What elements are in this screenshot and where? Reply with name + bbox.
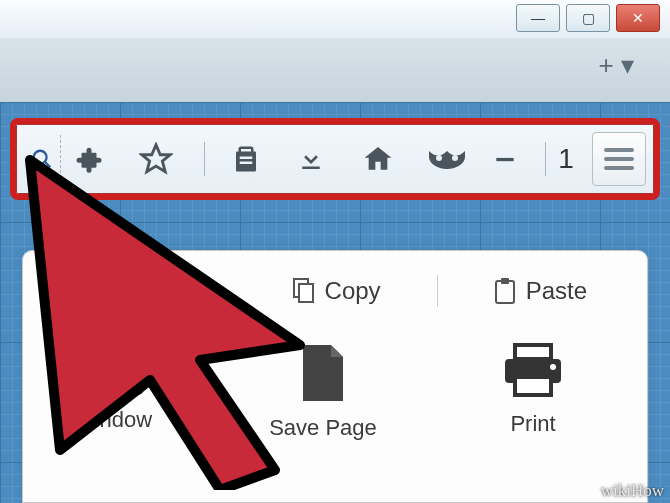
- menu-panel: Copy Paste Window Save Page: [22, 250, 648, 503]
- new-tab-button[interactable]: + ▾: [599, 50, 634, 81]
- menu-button[interactable]: [592, 132, 646, 186]
- menu-tile-window[interactable]: Window: [43, 343, 183, 441]
- svg-point-4: [452, 155, 458, 161]
- tab-strip: + ▾: [0, 38, 670, 102]
- svg-rect-10: [299, 284, 313, 302]
- copy-icon: [293, 278, 315, 304]
- search-icon[interactable]: [24, 135, 61, 183]
- menu-separator: [437, 275, 438, 307]
- navigation-toolbar: 1: [10, 118, 660, 200]
- svg-point-3: [436, 155, 442, 161]
- menu-tile-label: Save Page: [269, 415, 377, 441]
- svg-marker-2: [142, 145, 170, 172]
- minus-icon[interactable]: [492, 146, 532, 172]
- window-titlebar: — ▢ ✕: [0, 0, 670, 39]
- menu-tile-save[interactable]: Save Page: [253, 343, 393, 441]
- star-icon[interactable]: [139, 142, 179, 176]
- menu-item-label: Copy: [325, 277, 381, 305]
- window-maximize-button[interactable]: ▢: [566, 4, 610, 32]
- window-close-button[interactable]: ✕: [616, 4, 660, 32]
- menu-tile-label: Window: [74, 407, 152, 433]
- svg-rect-7: [604, 157, 634, 161]
- menu-tile-print[interactable]: Print: [463, 343, 603, 441]
- download-icon[interactable]: [296, 144, 336, 174]
- menu-item-label: Paste: [526, 277, 587, 305]
- svg-rect-15: [515, 345, 551, 359]
- svg-rect-11: [496, 281, 514, 303]
- watermark: wikiHow: [601, 481, 664, 501]
- menu-tile-label: Print: [510, 411, 555, 437]
- svg-rect-5: [497, 158, 514, 161]
- svg-point-0: [34, 151, 47, 164]
- print-icon: [501, 343, 565, 399]
- home-icon[interactable]: [362, 143, 402, 175]
- svg-rect-6: [604, 148, 634, 152]
- svg-rect-13: [84, 345, 142, 393]
- clipboard-icon[interactable]: [231, 144, 271, 174]
- window-minimize-button[interactable]: —: [516, 4, 560, 32]
- window-icon: [82, 343, 144, 395]
- svg-rect-12: [501, 278, 509, 284]
- menu-item-paste[interactable]: Paste: [494, 277, 587, 305]
- svg-line-1: [45, 162, 51, 168]
- svg-rect-17: [515, 377, 551, 395]
- menu-item-copy[interactable]: Copy: [293, 277, 381, 305]
- page-count: 1: [546, 143, 586, 175]
- menu-icon: [602, 145, 636, 173]
- save-icon: [299, 343, 347, 403]
- svg-point-18: [550, 364, 556, 370]
- puzzle-icon[interactable]: [74, 144, 114, 174]
- mask-icon[interactable]: [427, 147, 467, 171]
- toolbar-separator: [204, 142, 205, 176]
- paste-icon: [494, 278, 516, 304]
- svg-rect-8: [604, 166, 634, 170]
